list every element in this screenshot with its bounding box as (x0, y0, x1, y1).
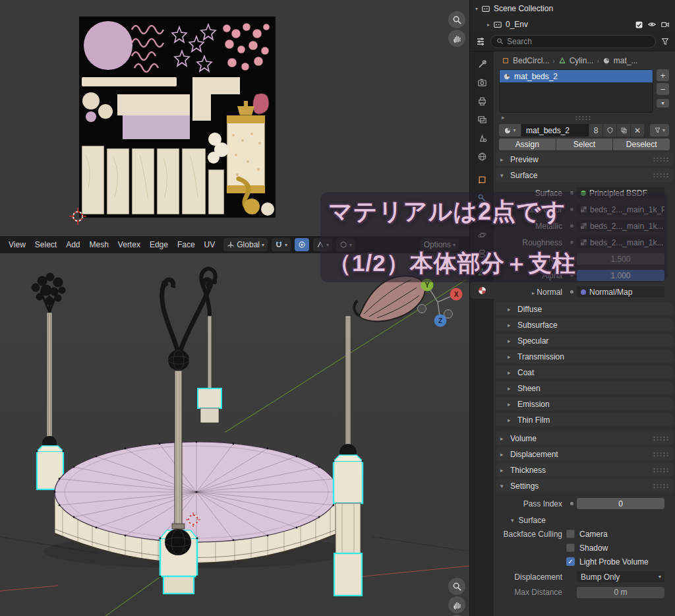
shadow-checkbox[interactable]: ✓ (566, 543, 575, 552)
tab-view-layer[interactable] (470, 111, 494, 128)
max-distance-row: Max Distance 0 m (494, 585, 675, 600)
material-name-field[interactable]: mat_beds_2 (521, 124, 589, 137)
panel-displacement[interactable]: ▸Displacement (496, 447, 673, 461)
breadcrumb-material[interactable]: mat_... (614, 56, 638, 65)
tab-scene[interactable] (470, 129, 494, 146)
add-slot-button[interactable]: + (657, 69, 669, 81)
unlink-material-button[interactable]: ✕ (631, 124, 644, 137)
material-specials-dropdown[interactable]: ▾ (650, 124, 669, 137)
camera-checkbox[interactable]: ✓ (566, 530, 575, 538)
uv-2d-cursor-icon (69, 207, 87, 226)
tab-object[interactable] (470, 171, 494, 188)
browse-material-button[interactable]: ▾ (499, 124, 521, 137)
material-slot-active[interactable]: mat_beds_2 (500, 70, 653, 82)
menu-vertex[interactable]: Vertex (113, 239, 145, 251)
shadow-checkbox-label: Shadow (579, 543, 608, 553)
disclosure-icon[interactable]: ▸ (502, 114, 505, 121)
outliner-row-scene-collection[interactable]: ▾ Scene Collection (470, 0, 675, 16)
camera-icon[interactable] (660, 20, 670, 29)
material-slot-list[interactable]: mat_beds_2 (499, 69, 653, 113)
select-button[interactable]: Select (556, 139, 613, 150)
light-probe-checkbox-label: Light Probe Volume (579, 557, 649, 567)
panel-grip[interactable] (653, 157, 668, 162)
viewport-pan-button[interactable] (448, 596, 465, 613)
panel-emission[interactable]: ▸Emission (496, 397, 673, 411)
settings-surface-subheader[interactable]: ▾ Surface (494, 514, 675, 527)
panel-thickness[interactable]: ▸Thickness (496, 463, 673, 477)
pass-index-field[interactable]: 0 (577, 498, 664, 509)
breadcrumb-object[interactable]: BedCircl... (513, 56, 549, 65)
panel-grip[interactable] (653, 173, 668, 177)
panel-thin-film[interactable]: ▸Thin Film (496, 413, 673, 427)
displacement-dropdown[interactable]: Bump Only▾ (577, 571, 664, 582)
remove-slot-button[interactable]: − (657, 83, 669, 95)
breadcrumb: BedCircl... › Cylin... › mat_... (494, 51, 675, 67)
menu-view[interactable]: View (4, 239, 30, 251)
panel-grip[interactable] (653, 436, 668, 441)
decorate-dot-icon[interactable] (570, 290, 573, 293)
3d-viewport[interactable]: Y X Z (0, 253, 469, 616)
panel-grip[interactable] (653, 452, 668, 456)
decorate-dot-icon[interactable] (570, 502, 573, 505)
copy-material-button[interactable] (617, 124, 630, 137)
panel-grip[interactable] (653, 483, 668, 488)
menu-select[interactable]: Select (30, 239, 61, 251)
proportional-editing-toggle[interactable] (295, 238, 309, 251)
panel-specular[interactable]: ▸Specular (496, 334, 673, 348)
disclosure-icon[interactable]: ▸ (532, 290, 535, 296)
collection-icon (481, 4, 490, 13)
tab-tool[interactable] (470, 55, 494, 73)
tab-render[interactable] (470, 74, 494, 91)
search-input[interactable]: Search (490, 35, 656, 48)
collection-icon (493, 20, 502, 29)
plus-icon: + (660, 71, 666, 80)
panel-sheen[interactable]: ▸Sheen (496, 381, 673, 395)
navigation-gizmo[interactable]: Y X Z (409, 273, 467, 336)
panel-grip[interactable] (653, 468, 668, 472)
menu-face[interactable]: Face (173, 239, 200, 251)
panel-subsurface[interactable]: ▸Subsurface (496, 318, 673, 332)
fake-user-button[interactable] (603, 124, 616, 137)
normal-field[interactable]: Normal/Map (577, 286, 664, 297)
menu-edge[interactable]: Edge (145, 239, 173, 251)
max-distance-field[interactable]: 0 m (577, 587, 664, 598)
slot-specials-button[interactable]: ▾ (657, 99, 669, 108)
users-count-button[interactable]: 8 (589, 124, 602, 137)
properties-tab-strip (470, 51, 494, 616)
properties-editor-icon[interactable] (475, 36, 486, 47)
resize-grip[interactable] (575, 115, 591, 120)
gizmo-z-label: Z (438, 317, 442, 324)
breadcrumb-data[interactable]: Cylin... (570, 56, 594, 65)
viewport-zoom-button[interactable] (448, 578, 465, 595)
panel-transmission[interactable]: ▸Transmission (496, 350, 673, 363)
outliner-row-env[interactable]: ▸ 0_Env (470, 16, 675, 32)
menu-add[interactable]: Add (61, 239, 84, 251)
menu-mesh[interactable]: Mesh (85, 239, 113, 251)
filter-icon[interactable] (660, 37, 670, 46)
menu-uv[interactable]: UV (200, 239, 220, 251)
panel-volume[interactable]: ▸Volume (496, 431, 673, 445)
snap-widget[interactable]: ▾ (272, 238, 291, 251)
tab-output[interactable] (470, 92, 494, 109)
uv-zoom-button[interactable] (448, 11, 465, 28)
panel-preview[interactable]: ▸ Preview (496, 152, 673, 166)
transform-orientation-dropdown[interactable]: Global ▾ (223, 238, 268, 251)
deselect-button[interactable]: Deselect (613, 139, 670, 150)
disclosure-icon: ▸ (500, 156, 506, 163)
tab-material[interactable] (470, 282, 494, 299)
panel-label: Settings (510, 481, 539, 491)
panel-surface[interactable]: ▾ Surface (496, 168, 673, 182)
users-count: 8 (594, 126, 599, 135)
checkbox-icon[interactable] (635, 20, 643, 29)
disclosure-icon: ▾ (475, 6, 478, 12)
uv-pan-button[interactable] (448, 30, 465, 47)
panel-settings[interactable]: ▾Settings (496, 479, 673, 493)
disclosure-icon: ▸ (508, 322, 513, 328)
tab-world[interactable] (470, 148, 494, 165)
assign-button[interactable]: Assign (499, 139, 556, 150)
eye-icon[interactable] (647, 20, 657, 29)
chevron-down-icon: ▾ (262, 242, 264, 248)
panel-diffuse[interactable]: ▸Diffuse (496, 302, 673, 316)
panel-coat[interactable]: ▸Coat (496, 365, 673, 379)
light-probe-checkbox[interactable]: ✓ (566, 557, 575, 566)
